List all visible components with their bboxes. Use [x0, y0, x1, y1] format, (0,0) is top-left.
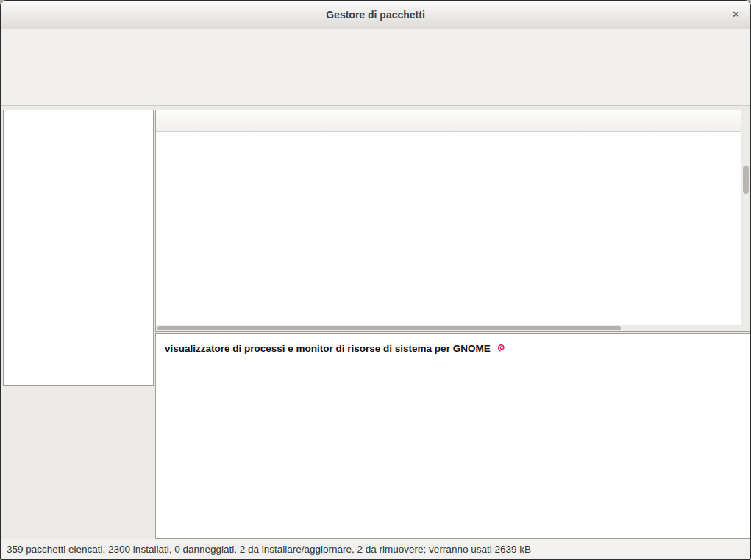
package-details-pane: visualizzatore di processi e monitor di … [155, 333, 750, 539]
details-title-text: visualizzatore di processi e monitor di … [165, 343, 491, 354]
toolbar [1, 51, 750, 106]
menubar [1, 29, 750, 51]
debian-swirl-icon [496, 343, 507, 354]
statusbar: 359 pacchetti elencati, 2300 installati,… [1, 539, 750, 559]
vertical-scrollbar[interactable] [741, 110, 750, 331]
package-table [155, 110, 750, 332]
horizontal-scrollbar[interactable] [156, 325, 741, 331]
titlebar: Gestore di pacchetti ✕ [1, 1, 750, 29]
close-icon[interactable]: ✕ [729, 1, 743, 29]
statusbar-text: 359 pacchetti elencati, 2300 installati,… [7, 544, 531, 555]
package-table-header [156, 110, 741, 132]
package-manager-window: Gestore di pacchetti ✕ visualizzatore di… [0, 0, 751, 560]
details-title: visualizzatore di processi e monitor di … [165, 341, 741, 355]
horizontal-scrollbar-thumb[interactable] [157, 326, 621, 330]
window-title: Gestore di pacchetti [1, 1, 750, 29]
vertical-scrollbar-thumb[interactable] [743, 166, 749, 194]
package-table-body [156, 131, 741, 325]
status-filter-list [3, 110, 154, 386]
